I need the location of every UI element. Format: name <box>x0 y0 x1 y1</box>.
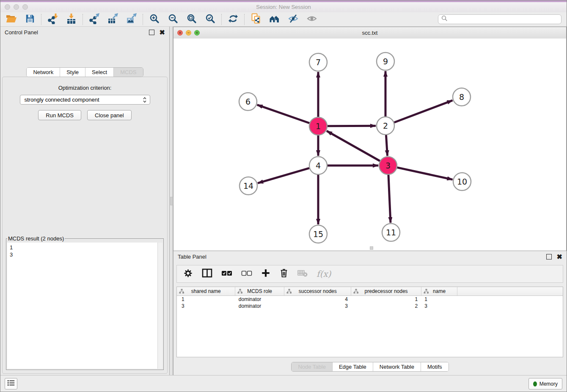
apply-function-button[interactable]: f(x) <box>317 269 331 279</box>
zoom-selected-icon <box>205 14 215 25</box>
table-row[interactable]: 1dominator411 <box>177 296 563 303</box>
import-network-icon <box>47 13 58 26</box>
search-box[interactable] <box>438 14 561 24</box>
run-mcds-button[interactable]: Run MCDS <box>38 110 81 120</box>
zoom-out-button[interactable] <box>167 14 179 25</box>
control-panel: Control Panel ✖ NetworkStyleSelectMCDS O… <box>0 27 170 375</box>
edge-4-14[interactable] <box>258 168 309 183</box>
mcds-result-area[interactable]: 1 3 <box>7 243 162 369</box>
mcds-result-title: MCDS result (2 nodes) <box>7 235 65 242</box>
export-image-button[interactable] <box>126 14 137 25</box>
column-header-predecessor-nodes[interactable]: predecessor nodes <box>351 287 421 296</box>
tab-select[interactable]: Select <box>85 68 114 77</box>
column-header-shared-name[interactable]: shared name <box>177 287 235 296</box>
network-minimize-button[interactable]: – <box>186 30 191 36</box>
node-9[interactable]: 9 <box>377 52 394 70</box>
minimize-window-button[interactable] <box>14 4 19 10</box>
edge-2-8[interactable] <box>394 100 453 122</box>
memory-label: Memory <box>539 381 558 387</box>
import-network-button[interactable] <box>47 14 58 25</box>
edge-2-3[interactable] <box>386 135 387 156</box>
clone-network-button[interactable] <box>250 14 261 25</box>
close-panel-button[interactable]: Close panel <box>87 110 132 120</box>
node-8[interactable]: 8 <box>453 88 471 106</box>
node-3[interactable]: 3 <box>379 157 397 174</box>
node-2[interactable]: 2 <box>377 117 394 135</box>
column-header-MCDS-role[interactable]: MCDS role <box>235 287 284 296</box>
show-columns-button[interactable] <box>202 268 212 279</box>
open-session-button[interactable] <box>6 14 17 25</box>
search-input[interactable] <box>450 16 558 23</box>
network-window-titlebar[interactable]: × – + scc.txt <box>173 27 566 39</box>
memory-button[interactable]: Memory <box>528 378 562 389</box>
zoom-in-button[interactable] <box>149 14 160 25</box>
export-network-button[interactable] <box>88 14 100 25</box>
result-scrollbar[interactable] <box>157 243 162 369</box>
mcds-result-group: MCDS result (2 nodes) 1 3 <box>6 235 164 370</box>
edge-1-2[interactable] <box>328 126 376 126</box>
tab-style[interactable]: Style <box>60 68 85 77</box>
table-row[interactable]: 3dominator323 <box>177 303 563 309</box>
canvas-resize-handle[interactable] <box>370 246 373 250</box>
tab-edge-table[interactable]: Edge Table <box>333 362 373 371</box>
table-options-button[interactable] <box>183 268 193 280</box>
columns-icon <box>202 268 212 279</box>
tab-network-table[interactable]: Network Table <box>373 362 421 371</box>
close-panel-icon[interactable]: ✖ <box>160 29 165 36</box>
network-maximize-button[interactable]: + <box>194 30 200 36</box>
export-table-button[interactable] <box>107 14 118 25</box>
optimization-criterion-dropdown[interactable]: strongly connected component <box>20 95 150 105</box>
tab-node-table[interactable]: Node Table <box>292 362 333 371</box>
list-icon <box>7 379 15 388</box>
optimization-criterion-label: Optimization criterion: <box>3 85 167 91</box>
houses-icon <box>269 14 281 25</box>
zoom-fit-button[interactable] <box>186 14 197 25</box>
network-close-button[interactable]: × <box>177 30 183 36</box>
divider-handle[interactable] <box>170 197 173 205</box>
node-11[interactable]: 11 <box>382 224 400 241</box>
tab-network[interactable]: Network <box>27 68 60 77</box>
search-icon <box>441 15 448 23</box>
import-table-button[interactable] <box>66 14 77 25</box>
apply-layout-button[interactable] <box>227 14 239 25</box>
maximize-window-button[interactable] <box>22 4 28 10</box>
close-window-button[interactable] <box>5 4 10 10</box>
plus-icon <box>261 268 270 279</box>
network-canvas[interactable]: 1234678910111415 <box>173 39 566 251</box>
eye-icon <box>307 14 317 25</box>
delete-column-button[interactable] <box>279 268 289 280</box>
node-14[interactable]: 14 <box>239 177 257 195</box>
edge-3-11[interactable] <box>388 175 391 223</box>
node-15[interactable]: 15 <box>309 225 327 243</box>
add-column-button[interactable] <box>261 268 270 279</box>
tab-motifs[interactable]: Motifs <box>421 362 449 371</box>
import-table-icon <box>66 13 77 26</box>
node-4[interactable]: 4 <box>309 157 327 174</box>
delete-table-button[interactable] <box>297 269 308 279</box>
node-table[interactable]: shared nameMCDS rolesuccessor nodesprede… <box>176 287 563 357</box>
task-history-button[interactable] <box>5 378 17 389</box>
deselect-all-button[interactable] <box>241 269 252 279</box>
zoom-selected-button[interactable] <box>204 14 216 25</box>
node-10[interactable]: 10 <box>453 173 471 190</box>
float-panel-icon[interactable] <box>149 30 154 35</box>
show-all-button[interactable] <box>306 14 317 25</box>
node-6[interactable]: 6 <box>239 93 257 110</box>
first-neighbors-button[interactable] <box>269 14 280 25</box>
edge-3-10[interactable] <box>397 168 452 179</box>
node-1[interactable]: 1 <box>309 117 327 135</box>
hide-selected-button[interactable] <box>287 14 299 25</box>
edge-3-1[interactable] <box>327 131 380 161</box>
unchecked-boxes-icon <box>241 269 252 279</box>
network-window-title: scc.txt <box>362 30 378 36</box>
edge-1-6[interactable] <box>257 105 310 123</box>
node-7[interactable]: 7 <box>309 53 327 71</box>
save-session-button[interactable] <box>24 14 36 25</box>
column-header-successor-nodes[interactable]: successor nodes <box>284 287 351 296</box>
float-table-panel-icon[interactable] <box>546 254 552 259</box>
panel-divider[interactable] <box>170 27 173 375</box>
close-table-panel-icon[interactable]: ✖ <box>557 254 562 260</box>
select-all-button[interactable] <box>221 269 232 279</box>
column-header-name[interactable]: name <box>421 287 457 296</box>
tab-mcds[interactable]: MCDS <box>114 68 143 77</box>
